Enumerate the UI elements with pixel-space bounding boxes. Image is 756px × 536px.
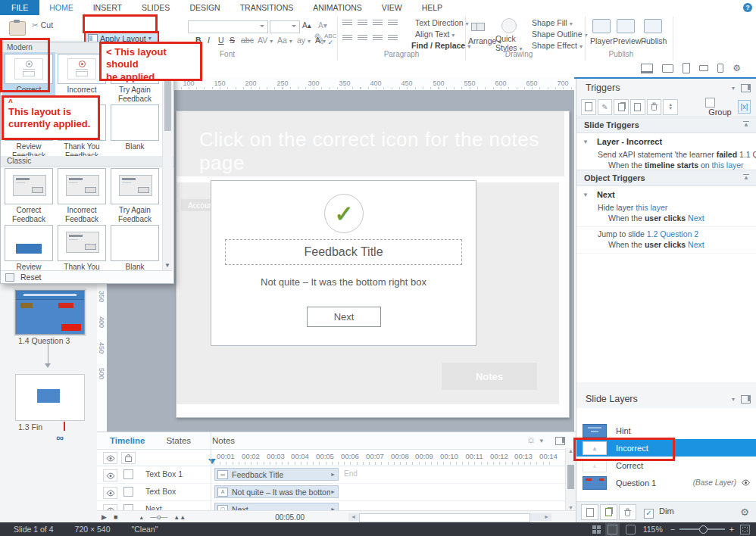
chevron-down-icon[interactable]: ▾ <box>732 396 735 403</box>
shape-effect-button[interactable]: Shape Effect <box>532 41 583 50</box>
underline-button[interactable]: U <box>218 36 224 45</box>
timeline-horizontal-scrollbar[interactable]: ◄ ► <box>348 513 551 521</box>
menu-tab-help[interactable]: HELP <box>412 0 452 15</box>
menu-tab-slides[interactable]: SLIDES <box>132 0 180 15</box>
player-button[interactable]: Player <box>590 36 613 45</box>
publish-button[interactable]: Publish <box>641 36 667 45</box>
collapse-triangle-icon[interactable]: ▼ <box>583 139 589 145</box>
chevron-down-icon[interactable]: ▾ <box>732 85 735 92</box>
align-buttons[interactable] <box>342 35 398 42</box>
copy-trigger-button[interactable] <box>614 99 629 115</box>
timeline-row-textbox[interactable]: Text Box A Not quite – It was the bottom… <box>97 484 576 501</box>
feedback-title-textbox[interactable]: Feedback Title <box>225 239 462 265</box>
layout-item-classic-correct[interactable]: Correct Feedback <box>2 167 55 223</box>
zoom-in-button[interactable]: ▲▲ <box>173 514 186 521</box>
layout-item-modern-blank[interactable]: Blank <box>108 103 161 160</box>
collapse-all-icon[interactable]: ▲ <box>743 174 749 182</box>
menu-tab-home[interactable]: HOME <box>39 0 83 15</box>
zoom-slider[interactable] <box>679 528 725 530</box>
lock-all-button[interactable] <box>121 452 136 464</box>
menu-tab-view[interactable]: VIEW <box>372 0 412 15</box>
gallery-scrollbar[interactable]: ▼ <box>162 52 173 270</box>
next-button-shape[interactable]: Next <box>307 307 381 327</box>
grow-font-button[interactable]: A▴ <box>302 21 311 30</box>
slide-thumbnail-fin[interactable] <box>15 374 85 421</box>
text-direction-button[interactable]: Text Direction <box>415 18 469 27</box>
group-checkbox[interactable] <box>705 98 715 108</box>
highlight-color-button[interactable]: ay <box>297 36 311 45</box>
menu-tab-design[interactable]: DESIGN <box>180 0 230 15</box>
menu-tab-file[interactable]: FILE <box>0 0 39 15</box>
char-spacing-button[interactable]: AV <box>258 36 273 45</box>
zoom-out-button[interactable]: − <box>670 525 675 534</box>
trigger-layer-header[interactable]: ▼ Layer - Incorrect <box>576 133 756 148</box>
dim-checkbox[interactable]: ✓ <box>644 509 654 519</box>
new-trigger-button[interactable] <box>581 99 596 115</box>
layer-row-hint[interactable]: Hint <box>576 422 756 439</box>
stop-button[interactable]: ■ <box>114 513 117 521</box>
delete-trigger-button[interactable] <box>647 99 662 115</box>
feedback-body-text[interactable]: Not quite – It was the bottom right box <box>211 276 476 288</box>
reset-layout-button[interactable]: Reset <box>1 270 172 283</box>
paste-icon[interactable] <box>9 21 26 36</box>
slide-thumbnail-question3[interactable] <box>15 290 85 335</box>
layer-row-question1[interactable]: Question 1 (Base Layer) <box>576 474 756 491</box>
expand-arrow-icon[interactable]: ► <box>330 472 336 477</box>
change-case-button[interactable]: Aa <box>277 36 292 45</box>
new-layer-button[interactable] <box>581 504 598 520</box>
timeline-zoom-slider[interactable]: —o— <box>150 513 167 521</box>
timeline-row-textbox1[interactable]: Text Box 1 ▭ Feedback Title ► End <box>97 466 576 484</box>
variables-button[interactable]: [x] <box>738 100 751 114</box>
duplicate-layer-button[interactable] <box>600 504 617 520</box>
shape-outline-button[interactable]: Shape Outline <box>532 30 588 39</box>
cut-button[interactable]: ✂ Cut <box>32 20 53 30</box>
menu-tab-transitions[interactable]: TRANSITIONS <box>230 0 304 15</box>
edit-trigger-button[interactable]: ✎ <box>598 99 613 115</box>
object-triggers-section[interactable]: Object Triggers ▲ <box>576 170 756 186</box>
phone-landscape-icon[interactable] <box>699 65 708 71</box>
phone-portrait-icon[interactable] <box>717 64 723 73</box>
trigger-item-hide-layer[interactable]: Hide layer this layer When the user clic… <box>576 201 756 227</box>
layout-item-classic-try-again[interactable]: Try Again Feedback <box>108 167 161 223</box>
zoom-fit-icon[interactable]: ⛋ <box>529 437 534 445</box>
lock-checkbox[interactable] <box>123 487 133 497</box>
slide-stage[interactable]: Click on the correct icon for the notes … <box>176 111 570 418</box>
dock-icon[interactable] <box>741 84 751 92</box>
find-replace-button[interactable]: Find / Replace <box>411 41 470 50</box>
trigger-next-header[interactable]: ▼ Next <box>576 186 756 201</box>
slide-view-icon[interactable] <box>605 523 620 536</box>
shape-fill-button[interactable]: Shape Fill <box>532 18 573 27</box>
dock-icon[interactable] <box>555 437 565 445</box>
font-name-select[interactable] <box>188 20 268 33</box>
strikethrough-button[interactable]: S <box>230 36 235 45</box>
list-buttons[interactable] <box>342 20 398 26</box>
visibility-toggle[interactable] <box>103 487 117 499</box>
collapse-triangle-icon[interactable]: ▼ <box>583 192 589 198</box>
align-text-button[interactable]: Align Text <box>415 30 455 39</box>
lock-checkbox[interactable] <box>123 469 133 479</box>
reorder-trigger-button[interactable]: ▲▼ <box>663 99 678 115</box>
delete-layer-button[interactable] <box>619 504 636 520</box>
zoom-slider-knob[interactable] <box>699 525 708 534</box>
slide-triggers-section[interactable]: Slide Triggers ▲ <box>576 117 756 133</box>
shrink-font-button[interactable]: A▾ <box>318 21 327 30</box>
tab-states[interactable]: States <box>166 436 191 445</box>
tab-notes[interactable]: Notes <box>212 436 235 445</box>
tab-timeline[interactable]: Timeline <box>110 436 145 445</box>
gear-icon[interactable]: ⚙ <box>740 506 749 518</box>
feedback-dialog[interactable]: ✓ Feedback Title Not quite – It was the … <box>211 180 476 346</box>
spell-check-button[interactable]: ABC ✓ <box>324 33 336 46</box>
expand-arrow-icon[interactable]: ► <box>330 489 336 494</box>
zoom-out-button[interactable]: ▲ <box>139 515 144 520</box>
show-all-button[interactable] <box>103 452 117 464</box>
story-view-icon[interactable] <box>592 525 601 534</box>
fit-to-window-icon[interactable] <box>740 525 750 534</box>
zoom-in-button[interactable]: + <box>729 525 734 534</box>
tablet-portrait-icon[interactable] <box>683 63 690 73</box>
chevron-down-icon[interactable]: ▾ <box>539 437 543 444</box>
layout-item-classic-incorrect[interactable]: Incorrect Feedback <box>55 167 108 223</box>
menu-tab-animations[interactable]: ANIMATIONS <box>303 0 372 15</box>
menu-tab-insert[interactable]: INSERT <box>83 0 132 15</box>
feed-view-icon[interactable] <box>626 525 636 534</box>
dock-icon[interactable] <box>741 395 751 404</box>
